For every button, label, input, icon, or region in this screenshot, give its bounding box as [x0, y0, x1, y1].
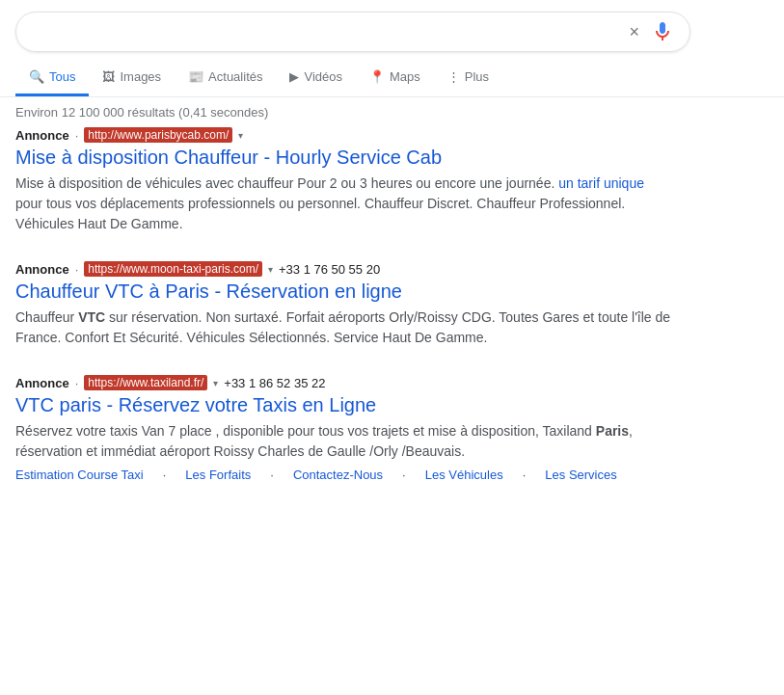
search-bar-container: vtc paris ×	[0, 0, 784, 52]
tab-images-label: Images	[120, 69, 161, 84]
vtc-bold: VTC	[78, 309, 105, 325]
search-input[interactable]: vtc paris	[32, 23, 629, 40]
result-description-3: Réservez votre taxis Van 7 place , dispo…	[15, 421, 671, 462]
highlight-1: un tarif unique	[558, 175, 644, 191]
dropdown-arrow-2[interactable]: ▾	[268, 264, 273, 275]
search-bar: vtc paris ×	[15, 12, 690, 52]
result-item-1: Annonce · http://www.parisbycab.com/ ▾ M…	[15, 127, 671, 234]
ad-label-1: Annonce	[15, 128, 69, 143]
mic-icon[interactable]	[651, 20, 674, 43]
results-count-text: Environ 12 100 000 résultats (0,41 secon…	[15, 105, 268, 120]
sitelink-contact[interactable]: Contactez-Nous	[293, 468, 383, 482]
sitelink-estimation[interactable]: Estimation Course Taxi	[15, 468, 144, 482]
videos-icon: ▶	[289, 69, 299, 84]
sitelink-forfaits[interactable]: Les Forfaits	[185, 468, 251, 482]
result-meta-3: Annonce · https://www.taxiland.fr/ ▾ +33…	[15, 375, 671, 390]
tab-videos-label: Vidéos	[304, 69, 342, 84]
result-url-1: http://www.parisbycab.com/	[84, 127, 232, 143]
result-title-3[interactable]: VTC paris - Réservez votre Taxis en Lign…	[15, 392, 671, 417]
ad-label-3: Annonce	[15, 376, 69, 390]
sitelink-vehicules[interactable]: Les Véhicules	[425, 468, 503, 482]
maps-icon: 📍	[369, 69, 385, 84]
nav-tabs: 🔍 Tous 🖼 Images 📰 Actualités ▶ Vidéos 📍 …	[0, 60, 784, 97]
result-meta-1: Annonce · http://www.parisbycab.com/ ▾	[15, 127, 671, 143]
result-url-2: https://www.moon-taxi-paris.com/	[84, 261, 262, 277]
dropdown-arrow-1[interactable]: ▾	[238, 130, 243, 141]
tab-actualites[interactable]: 📰 Actualités	[175, 60, 276, 96]
result-title-2[interactable]: Chauffeur VTC à Paris - Réservation en l…	[15, 279, 671, 304]
tab-plus-label: Plus	[465, 69, 489, 84]
tab-images[interactable]: 🖼 Images	[89, 60, 175, 96]
search-icons: ×	[629, 20, 674, 43]
dot-3: ·	[75, 376, 79, 390]
ad-label-2: Annonce	[15, 262, 69, 277]
tab-actualites-label: Actualités	[208, 69, 262, 84]
plus-icon: ⋮	[447, 69, 460, 84]
result-phone-2: +33 1 76 50 55 20	[279, 262, 380, 277]
clear-icon[interactable]: ×	[629, 22, 639, 42]
result-title-1[interactable]: Mise à disposition Chauffeur - Hourly Se…	[15, 145, 671, 170]
tous-icon: 🔍	[29, 69, 44, 84]
paris-bold: Paris	[596, 423, 629, 439]
images-icon: 🖼	[102, 69, 115, 84]
dot-1: ·	[75, 128, 79, 143]
result-url-3: https://www.taxiland.fr/	[84, 375, 207, 390]
results-container: Annonce · http://www.parisbycab.com/ ▾ M…	[0, 127, 784, 482]
tab-plus[interactable]: ⋮ Plus	[434, 60, 502, 96]
sitelink-services[interactable]: Les Services	[545, 468, 616, 482]
tab-videos[interactable]: ▶ Vidéos	[276, 60, 356, 96]
result-description-2: Chauffeur VTC sur réservation. Non surta…	[15, 307, 671, 348]
dropdown-arrow-3[interactable]: ▾	[213, 378, 218, 388]
tab-tous[interactable]: 🔍 Tous	[15, 60, 89, 96]
result-meta-2: Annonce · https://www.moon-taxi-paris.co…	[15, 261, 671, 277]
dot-2: ·	[75, 262, 79, 277]
actualites-icon: 📰	[188, 69, 203, 84]
tab-tous-label: Tous	[49, 69, 75, 84]
sitelinks-3: Estimation Course Taxi · Les Forfaits · …	[15, 468, 671, 482]
results-info: Environ 12 100 000 résultats (0,41 secon…	[0, 97, 784, 127]
tab-maps[interactable]: 📍 Maps	[356, 60, 434, 96]
result-item-3: Annonce · https://www.taxiland.fr/ ▾ +33…	[15, 375, 671, 482]
result-phone-3: +33 1 86 52 35 22	[224, 376, 325, 390]
tab-maps-label: Maps	[390, 69, 420, 84]
result-description-1: Mise à disposition de véhicules avec cha…	[15, 174, 671, 234]
result-item-2: Annonce · https://www.moon-taxi-paris.co…	[15, 261, 671, 348]
